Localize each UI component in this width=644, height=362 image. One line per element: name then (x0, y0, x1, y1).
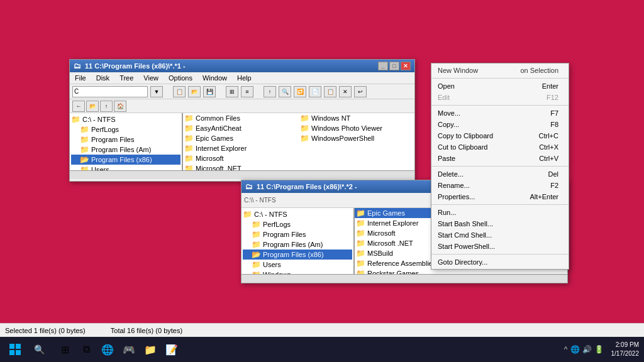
file-item[interactable]: 📁EasyAntiCheat (183, 123, 299, 133)
taskbar-icon-files[interactable]: 📁 (141, 340, 160, 359)
toolbar-btn-5[interactable]: ⊞ (226, 86, 238, 97)
tray-chevron-icon[interactable]: ^ (564, 345, 568, 354)
toolbar-btn-8[interactable]: 🔍 (279, 86, 291, 97)
toolbar-btn-1[interactable]: ▼ (150, 86, 163, 97)
folder-icon: 📁 (252, 220, 261, 229)
svg-rect-2 (9, 350, 14, 355)
file-item[interactable]: 📁Windows Photo Viewer (299, 123, 414, 133)
toolbar-btn-10[interactable]: 📄 (309, 86, 321, 97)
tree-item-perflogs[interactable]: 📁 PerfLogs (71, 124, 180, 134)
search-icon[interactable]: 🔍 (30, 341, 48, 358)
status-selected: Selected 1 file(s) (0 bytes) (5, 327, 86, 334)
nav-btn-1[interactable]: ← (72, 101, 85, 112)
folder-icon: 📁 (184, 164, 194, 170)
ctx-open[interactable]: OpenEnter (431, 80, 569, 92)
tree-item-programfiles-x86[interactable]: 📂 Program Files (x86) (71, 155, 180, 165)
menu-file[interactable]: File (72, 74, 89, 82)
ctx-cut-clipboard[interactable]: Cut to ClipboardCtrl+X (431, 141, 569, 153)
window1-controls: _ □ ✕ (378, 62, 411, 70)
folder-icon: 📁 (300, 134, 309, 143)
close-btn-1[interactable]: ✕ (401, 62, 411, 70)
tray-battery-icon[interactable]: 🔋 (594, 345, 604, 354)
tree2-windows[interactable]: 📁 Windows (243, 270, 352, 274)
scrollbar-h-1[interactable] (70, 170, 414, 179)
tree2-programfiles-am[interactable]: 📁 Program Files (Am) (243, 239, 352, 250)
menu-view[interactable]: View (141, 74, 161, 82)
titlebar-1[interactable]: 🗂 11 C:\Program Files (x86)\*.*1 - _ □ ✕ (70, 60, 414, 72)
taskbar-icon-widgets[interactable]: ⊞ (55, 340, 74, 359)
taskbar-icon-multitask[interactable]: ⧉ (77, 340, 96, 359)
toolbar-btn-3[interactable]: 📂 (188, 86, 201, 97)
tree-item-users[interactable]: 📁 Users (71, 165, 180, 170)
menu-disk[interactable]: Disk (94, 74, 112, 82)
ctx-separator-2 (431, 105, 569, 106)
ctx-bash[interactable]: Start Bash Shell... (431, 218, 569, 229)
ctx-copy-clipboard[interactable]: Copy to ClipboardCtrl+C (431, 130, 569, 141)
ctx-paste[interactable]: PasteCtrl+V (431, 153, 569, 164)
tree2-users[interactable]: 📁 Users (243, 260, 352, 270)
nav-btn-3[interactable]: ↑ (100, 101, 113, 112)
taskbar-icon-steam[interactable]: 🎮 (119, 340, 138, 359)
menu-options[interactable]: Options (166, 74, 195, 82)
menubar-1: File Disk Tree View Options Window Help (70, 72, 414, 84)
ctx-separator (431, 78, 569, 79)
tree2-programfiles-x86[interactable]: 📂 Program Files (x86) (243, 250, 352, 260)
toolbar-btn-7[interactable]: ↑ (264, 86, 276, 97)
ctx-move[interactable]: Move...F7 (431, 107, 569, 119)
ctx-header-label: New Window (438, 67, 478, 74)
file-item[interactable]: 📁Microsoft .NET (183, 163, 299, 170)
file-item[interactable]: 📁WindowsPowerShell (299, 133, 414, 143)
tree-item-programfiles-am[interactable]: 📁 Program Files (Am) (71, 145, 180, 155)
ctx-cmd[interactable]: Start Cmd Shell... (431, 229, 569, 241)
toolbar-btn-13[interactable]: ↩ (354, 86, 367, 97)
taskbar-icon-notes[interactable]: 📝 (162, 340, 181, 359)
file-item[interactable]: 📁Common Files (183, 113, 299, 123)
scrollbar-h-2[interactable] (242, 274, 567, 283)
menu-window[interactable]: Window (200, 74, 230, 82)
ctx-powershell[interactable]: Start PowerShell... (431, 241, 569, 252)
nav-btn-4[interactable]: 🏠 (114, 101, 126, 112)
menu-help[interactable]: Help (235, 74, 254, 82)
tree-root-2[interactable]: 📁 C:\ - NTFS (243, 209, 352, 219)
tree-item-programfiles[interactable]: 📁 Program Files (71, 134, 180, 145)
tree-pane-1[interactable]: 📁 C:\ - NTFS 📁 PerfLogs 📁 Program Files … (70, 113, 183, 170)
start-button[interactable] (5, 339, 25, 359)
tree2-perflogs[interactable]: 📁 PerfLogs (243, 219, 352, 229)
folder-icon: 📂 (80, 155, 89, 164)
toolbar-btn-9[interactable]: 🔁 (294, 86, 306, 97)
ctx-delete[interactable]: Delete...Del (431, 168, 569, 180)
folder-icon: 📁 (356, 239, 365, 248)
tray-volume-icon[interactable]: 🔊 (582, 345, 592, 354)
taskbar: 🔍 ⊞ ⧉ 🌐 🎮 📁 📝 ^ 🌐 🔊 🔋 2:09 PM 1/17/2022 (0, 337, 644, 362)
ctx-properties[interactable]: Properties...Alt+Enter (431, 191, 569, 202)
maximize-btn-1[interactable]: □ (389, 62, 399, 70)
tray-network-icon[interactable]: 🌐 (570, 345, 580, 354)
file-item[interactable]: 📁Epic Games (183, 133, 299, 143)
tree-root-1[interactable]: 📁 C:\ - NTFS (71, 114, 180, 124)
toolbar-btn-2[interactable]: 📋 (173, 86, 186, 97)
toolbar-btn-4[interactable]: 💾 (203, 86, 216, 97)
tree2-programfiles[interactable]: 📁 Program Files (243, 229, 352, 239)
ctx-rename[interactable]: Rename...F2 (431, 180, 569, 191)
clock-time: 2:09 PM (611, 341, 640, 349)
path-input-1[interactable] (72, 86, 148, 97)
tree-pane-2[interactable]: 📁 C:\ - NTFS 📁 PerfLogs 📁 Program Files … (242, 208, 355, 274)
toolbar-btn-11[interactable]: 📋 (324, 86, 336, 97)
toolbar-btn-12[interactable]: ✕ (339, 86, 352, 97)
folder-icon: 📁 (252, 230, 261, 239)
ctx-copy[interactable]: Copy...F8 (431, 119, 569, 130)
toolbar-btn-6[interactable]: ≡ (241, 86, 253, 97)
nav-btn-2[interactable]: 📂 (86, 101, 99, 112)
ctx-run[interactable]: Run... (431, 207, 569, 218)
taskbar-clock[interactable]: 2:09 PM 1/17/2022 (611, 341, 640, 358)
titlebar-icon-2: 🗂 (245, 182, 254, 191)
toolbar2-1: ← 📂 ↑ 🏠 (70, 99, 414, 113)
minimize-btn-1[interactable]: _ (378, 62, 388, 70)
file-item[interactable]: 📁Windows NT (299, 113, 414, 123)
menu-tree[interactable]: Tree (117, 74, 136, 82)
taskbar-icon-edge[interactable]: 🌐 (98, 340, 117, 359)
ctx-goto[interactable]: Goto Directory... (431, 256, 569, 268)
file-item[interactable]: 📁Internet Explorer (183, 143, 299, 153)
file-item[interactable]: 📁Microsoft (183, 153, 299, 163)
folder-icon: 📁 (80, 165, 89, 170)
